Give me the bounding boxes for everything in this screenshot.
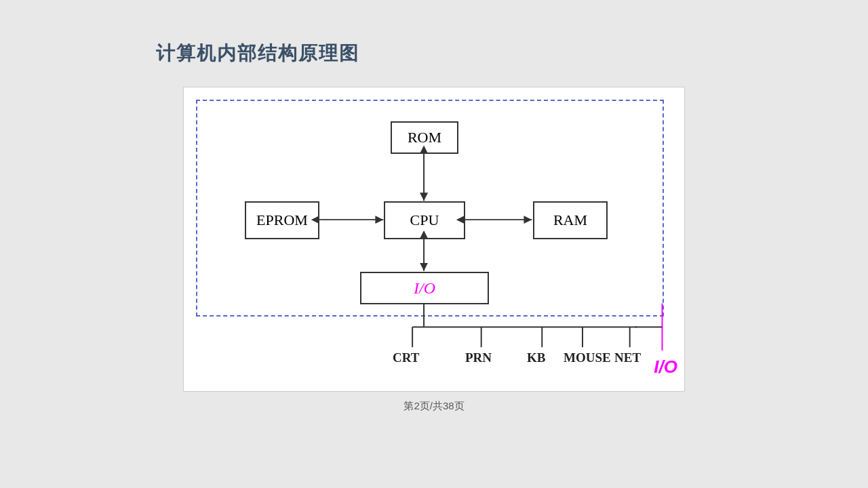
cpu-box: CPU bbox=[384, 201, 465, 239]
label-prn: PRN bbox=[465, 350, 492, 365]
label-net: NET bbox=[614, 350, 641, 365]
eprom-box: EPROM bbox=[245, 201, 319, 239]
page-footer: 第2页/共38页 bbox=[403, 400, 464, 413]
label-kb: KB bbox=[527, 350, 545, 365]
page-title: 计算机内部结构原理图 bbox=[156, 41, 359, 66]
label-mouse: MOUSE bbox=[564, 350, 611, 365]
rom-box: ROM bbox=[391, 121, 458, 154]
label-crt: CRT bbox=[393, 350, 419, 365]
ram-box: RAM bbox=[533, 201, 608, 239]
diagram-container: ROM EPROM CPU RAM I/O I/O bbox=[183, 87, 685, 392]
io-box: I/O bbox=[360, 272, 489, 304]
io-external-label: I/O bbox=[654, 357, 677, 378]
